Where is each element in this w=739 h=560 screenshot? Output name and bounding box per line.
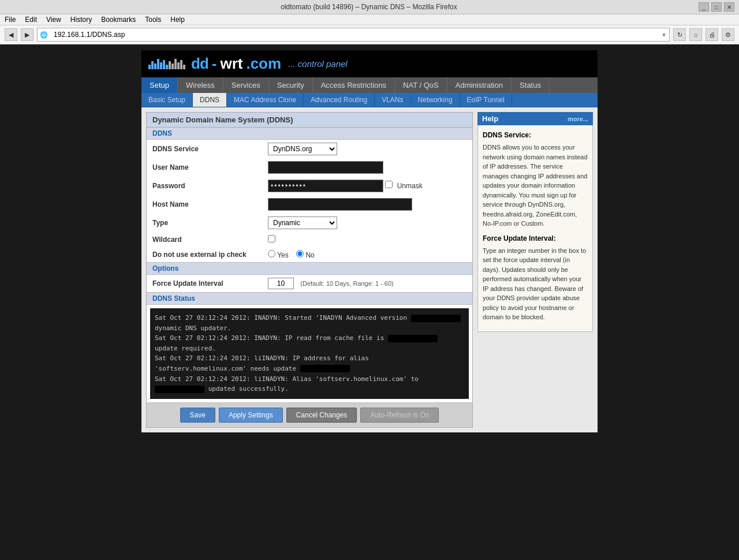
nav-nat-qos[interactable]: NAT / QoS (395, 77, 447, 93)
menu-history[interactable]: History (70, 16, 92, 24)
username-input[interactable] (268, 161, 383, 174)
help-more-link[interactable]: more... (568, 115, 588, 122)
nav-status[interactable]: Status (512, 77, 550, 93)
menu-view[interactable]: View (46, 16, 61, 24)
wildcard-label: Wildcard (147, 232, 262, 247)
force-update-hint: (Default: 10 Days, Range: 1 - 60) (300, 280, 393, 287)
subnav-networking[interactable]: Networking (411, 93, 460, 107)
no-radio[interactable] (296, 250, 304, 257)
home-button[interactable]: ⌂ (689, 28, 702, 41)
minimize-button[interactable]: _ (699, 2, 709, 12)
hostname-value (262, 195, 472, 214)
status-box: Sat Oct 27 02:12:24 2012: INADYN: Starte… (150, 308, 469, 399)
tools-icon[interactable]: ⚙ (722, 28, 734, 41)
forward-button[interactable]: ▶ (21, 28, 33, 41)
status-line-3: Sat Oct 27 02:12:24 2012: liINADYN: IP a… (155, 353, 464, 374)
subnav-eoip-tunnel[interactable]: EoIP Tunnel (460, 93, 512, 107)
browser-title: oldtomato (build 14896) – Dynamic DNS – … (39, 3, 699, 11)
maximize-button[interactable]: □ (711, 2, 722, 12)
redacted-ip3 (155, 386, 204, 393)
password-row: Password Unmask (147, 177, 472, 195)
menu-edit[interactable]: Edit (25, 16, 37, 24)
wildcard-row: Wildcard (147, 232, 472, 247)
username-row: User Name (147, 158, 472, 177)
subnav-ddns[interactable]: DDNS (193, 93, 227, 107)
wildcard-checkbox[interactable] (268, 235, 275, 242)
yes-radio[interactable] (268, 250, 275, 257)
password-input[interactable] (268, 180, 383, 192)
help-service-text: DDNS allows you to access your network u… (483, 143, 588, 229)
no-label: No (305, 251, 314, 259)
auto-refresh-button: Auto-Refresh is On (360, 408, 439, 423)
nav-security[interactable]: Security (269, 77, 313, 93)
status-section: DDNS Status Sat Oct 27 02:12:24 2012: IN… (147, 292, 472, 399)
print-button[interactable]: 🖨 (706, 28, 718, 41)
logo-dot-com: .com (246, 55, 281, 73)
menu-bookmarks[interactable]: Bookmarks (101, 16, 136, 24)
logo-subtitle: ... control panel (288, 59, 348, 69)
back-button[interactable]: ◀ (5, 28, 17, 41)
subnav-mac-address-clone[interactable]: MAC Address Clone (227, 93, 304, 107)
help-panel: Help more... DDNS Service: DDNS allows y… (477, 112, 593, 428)
hostname-input[interactable] (268, 198, 412, 211)
type-row: Type DynamicStaticCustom (147, 214, 472, 232)
menu-help[interactable]: Help (170, 16, 185, 24)
router-panel: dd - wrt .com ... control panel Setup Wi… (141, 50, 598, 432)
external-ip-label: Do not use external ip check (147, 247, 262, 262)
options-section: Options Force Update Interval (Default: … (147, 262, 472, 292)
refresh-button[interactable]: ↻ (673, 28, 686, 41)
ddwrt-header: dd - wrt .com ... control panel (141, 50, 598, 77)
unmask-checkbox[interactable] (385, 181, 393, 188)
browser-addressbar: ◀ ▶ 🌐 ▼ ↻ ⌂ 🖨 ⚙ (0, 25, 739, 44)
unmask-label: Unmask (397, 182, 423, 190)
redacted-version (411, 315, 461, 322)
force-update-value: (Default: 10 Days, Range: 1 - 60) (262, 275, 472, 292)
wildcard-value (262, 232, 472, 247)
password-label: Password (147, 177, 262, 195)
save-button[interactable]: Save (180, 408, 215, 423)
nav-administration[interactable]: Administration (447, 77, 512, 93)
menu-file[interactable]: File (5, 16, 16, 24)
ddns-service-value: DynDNS.orgfreedns.afraid.orgZoneEdit.com… (262, 140, 472, 158)
force-update-input[interactable] (268, 278, 294, 289)
ddns-service-select[interactable]: DynDNS.orgfreedns.afraid.orgZoneEdit.com… (268, 143, 337, 155)
nav-wireless[interactable]: Wireless (178, 77, 223, 93)
page-wrapper: dd - wrt .com ... control panel Setup Wi… (0, 44, 739, 506)
subnav-advanced-routing[interactable]: Advanced Routing (304, 93, 375, 107)
main-panel: Dynamic Domain Name System (DDNS) DDNS D… (146, 112, 473, 428)
subnav-vlans[interactable]: VLANs (375, 93, 410, 107)
ddns-subsection-header: DDNS (147, 128, 472, 140)
logo-wrt: wrt (220, 55, 242, 73)
buttons-bar: Save Apply Settings Cancel Changes Auto-… (147, 402, 472, 427)
menu-tools[interactable]: Tools (145, 16, 161, 24)
username-label: User Name (147, 158, 262, 177)
force-update-label: Force Update Interval (147, 275, 262, 292)
cancel-changes-button[interactable]: Cancel Changes (286, 408, 357, 423)
sub-nav: Basic Setup DDNS MAC Address Clone Advan… (141, 93, 598, 107)
type-select[interactable]: DynamicStaticCustom (268, 216, 337, 229)
options-subsection-header: Options (147, 263, 472, 275)
nav-access-restrictions[interactable]: Access Restrictions (313, 77, 395, 93)
options-form-table: Force Update Interval (Default: 10 Days,… (147, 275, 472, 292)
section-title: Dynamic Domain Name System (DDNS) (147, 113, 472, 128)
content-area: Dynamic Domain Name System (DDNS) DDNS D… (141, 107, 598, 432)
address-bar-input[interactable] (50, 28, 661, 41)
close-button[interactable]: ✕ (724, 2, 734, 12)
help-title: Help (482, 114, 498, 123)
external-ip-row: Do not use external ip check Yes No (147, 247, 472, 262)
status-line-4: Sat Oct 27 02:12:24 2012: liINADYN: Alia… (155, 374, 464, 394)
dropdown-arrow-icon[interactable]: ▼ (661, 32, 667, 38)
nav-services[interactable]: Services (223, 77, 269, 93)
status-subsection-header: DDNS Status (147, 293, 472, 305)
subnav-basic-setup[interactable]: Basic Setup (141, 93, 193, 107)
type-label: Type (147, 214, 262, 232)
yes-label: Yes (277, 251, 289, 259)
status-line-2: Sat Oct 27 02:12:24 2012: INADYN: IP rea… (155, 333, 464, 353)
main-nav: Setup Wireless Services Security Access … (141, 77, 598, 93)
nav-setup[interactable]: Setup (141, 77, 178, 93)
hostname-label: Host Name (147, 195, 262, 214)
apply-settings-button[interactable]: Apply Settings (219, 408, 283, 423)
logo-dash: - (212, 55, 217, 73)
external-ip-value: Yes No (262, 247, 472, 262)
browser-controls: _ □ ✕ (699, 2, 734, 12)
